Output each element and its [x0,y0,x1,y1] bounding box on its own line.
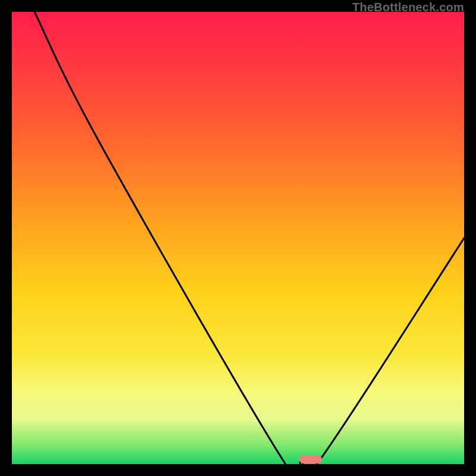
plot-area [12,12,464,464]
chart-frame: TheBottleneck.com [0,0,476,476]
bottleneck-curve [12,12,464,464]
optimal-point-marker [299,455,322,464]
